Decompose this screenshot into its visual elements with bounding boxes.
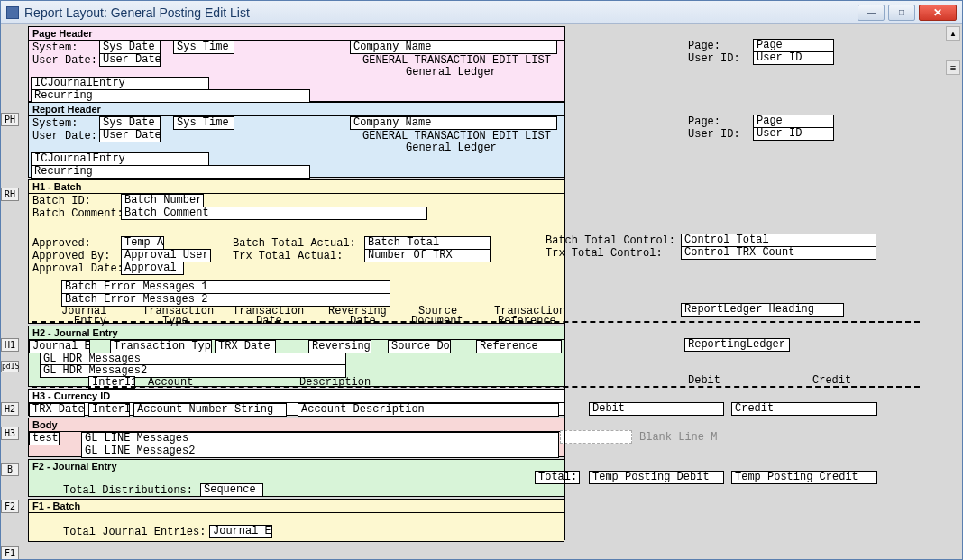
userid-field[interactable]: User ID (753, 51, 834, 65)
total-label-field[interactable]: Total: (535, 471, 580, 484)
debit-field[interactable]: Debit (589, 402, 724, 416)
transaction-typ-field[interactable]: Transaction Typ (110, 340, 212, 353)
batch-number-field[interactable]: Batch Number (121, 194, 204, 207)
section-title: Page Header (29, 27, 564, 41)
sidebar-toggle-icon[interactable]: ≡ (946, 60, 960, 75)
approved-label: Approved: (32, 237, 91, 250)
system-label: System: (32, 41, 78, 54)
batch-total-actual-label: Batch Total Actual: (233, 237, 356, 250)
section-h1-batch[interactable]: H1 - Batch Batch ID: Batch Number Batch … (28, 179, 564, 324)
subtitle2: General Ledger (406, 66, 497, 78)
window-title: Report Layout: General Posting Edit List (24, 5, 858, 20)
section-f1-batch[interactable]: F1 - Batch Total Journal Entries: Journa… (28, 499, 564, 542)
approval-date-field[interactable]: Approval 1 (121, 262, 184, 275)
page-label: Page: (688, 40, 720, 52)
debit-label: Debit (688, 374, 720, 387)
app-icon (6, 6, 19, 19)
source-do-field[interactable]: Source Do (388, 340, 451, 353)
credit-field[interactable]: Credit (731, 402, 877, 416)
recurring-field[interactable]: Recurring (31, 89, 310, 103)
subtitle1: GENERAL TRANSACTION EDIT LIST (362, 54, 551, 67)
marker-h2: H2 (1, 402, 19, 416)
section-title: F2 - Journal Entry (29, 460, 564, 473)
temp-a-field[interactable]: Temp A (121, 236, 164, 250)
journal-e-field[interactable]: Journal E (209, 525, 272, 538)
close-button[interactable]: ✕ (919, 5, 957, 21)
section-title: H3 - Currency ID (29, 390, 564, 403)
sys-date-field[interactable]: Sys Date (99, 116, 160, 130)
batch-comment-label: Batch Comment: (32, 207, 124, 220)
section-body[interactable]: Body test GL LINE Messages GL LINE Messa… (28, 418, 564, 457)
user-date-field[interactable]: User Date (99, 53, 160, 67)
control-total-field[interactable]: Control Total (681, 234, 876, 247)
reversing-field[interactable]: Reversing (308, 340, 371, 353)
marker-f1: F1 (1, 546, 19, 559)
sys-date-field[interactable]: Sys Date (99, 41, 160, 54)
interi-field[interactable]: InterI (88, 403, 130, 417)
approval-date-label: Approval Date: (32, 262, 124, 275)
reporting-ledger-field[interactable]: ReportingLedger (684, 338, 790, 352)
trx-date-field[interactable]: TRX Date (215, 340, 276, 353)
userid-label: User ID: (688, 52, 740, 65)
maximize-button[interactable]: □ (888, 5, 915, 21)
marker-f2: F2 (1, 500, 19, 513)
subtitle1: GENERAL TRANSACTION EDIT LIST (362, 130, 551, 142)
marker-h1: H1 (1, 338, 19, 352)
report-ledger-heading-field[interactable]: ReportLedger Heading (681, 303, 844, 317)
temp-posting-debit-field[interactable]: Temp Posting Debit (589, 471, 724, 484)
approval-user-field[interactable]: Approval User (121, 249, 211, 262)
section-title: F1 - Batch (29, 500, 564, 513)
total-je-label: Total Journal Entries: (63, 526, 206, 538)
account-description-field[interactable]: Account Description (298, 403, 559, 417)
body-ext-field[interactable] (560, 430, 632, 444)
section-page-header[interactable]: Page Header System: User Date: Sys Date … (28, 26, 564, 102)
trx-date-field[interactable]: TRX Date (29, 403, 85, 417)
reference-field[interactable]: Reference (476, 340, 562, 353)
control-trx-count-field[interactable]: Control TRX Count (681, 246, 876, 260)
section-h3-currency[interactable]: H3 - Currency ID TRX Date InterI Account… (28, 389, 564, 416)
section-title: H2 - Journal Entry (29, 326, 564, 340)
page-field[interactable]: Page (753, 115, 834, 128)
section-h2-journal[interactable]: H2 - Journal Entry Journal E Transaction… (28, 326, 564, 387)
credit-label: Credit (812, 374, 851, 387)
number-of-trx-field[interactable]: Number Of TRX (364, 249, 491, 262)
userid-field[interactable]: User ID (753, 127, 834, 141)
sys-time-field[interactable]: Sys Time (173, 116, 234, 130)
page-field[interactable]: Page (753, 39, 834, 52)
company-name-field[interactable]: Company Name (350, 41, 557, 54)
page-label: Page: (688, 115, 720, 128)
user-date-field[interactable]: User Date (99, 129, 160, 142)
section-title: H1 - Batch (29, 180, 564, 194)
user-date-label: User Date: (32, 130, 97, 142)
approved-by-label: Approved By: (32, 250, 110, 262)
section-title: Body (29, 418, 564, 432)
section-report-header[interactable]: Report Header System: User Date: Sys Dat… (28, 102, 564, 178)
batch-comment-field[interactable]: Batch Comment (121, 207, 427, 220)
company-name-field[interactable]: Company Name (350, 116, 557, 130)
marker-h3: H3 (1, 427, 19, 440)
userid-label: User ID: (688, 128, 740, 141)
minimize-button[interactable]: — (858, 5, 885, 21)
batch-id-label: Batch ID: (32, 195, 91, 207)
sys-time-field[interactable]: Sys Time (173, 41, 234, 54)
total-dist-label: Total Distributions: (63, 484, 193, 497)
temp-posting-credit-field[interactable]: Temp Posting Credit (731, 471, 877, 484)
batch-total-field[interactable]: Batch Total (364, 236, 491, 250)
gl-line1-field[interactable]: GL LINE Messages (81, 432, 559, 445)
section-title: Report Header (29, 103, 564, 116)
marker-ph: PH (1, 113, 19, 126)
sequence-field[interactable]: Sequence 1 (200, 483, 263, 497)
scroll-up-button[interactable]: ▲ (946, 26, 960, 41)
ic-field[interactable]: ICJournalEntry (31, 77, 209, 90)
journal-e-field[interactable]: Journal E (29, 340, 90, 353)
marker-b: B (1, 463, 19, 476)
trx-total-control-label: Trx Total Control: (546, 247, 663, 260)
section-f2-journal[interactable]: F2 - Journal Entry Total Distributions: … (28, 459, 564, 497)
titlebar[interactable]: Report Layout: General Posting Edit List… (1, 1, 962, 24)
gl-line2-field[interactable]: GL LINE Messages2 (81, 445, 559, 458)
batch-error-1-field[interactable]: Batch Error Messages 1 (61, 280, 390, 294)
recurring-field[interactable]: Recurring (31, 165, 310, 179)
ic-field[interactable]: ICJournalEntry (31, 152, 209, 166)
account-number-field[interactable]: Account Number String (133, 403, 287, 417)
test-field[interactable]: test (29, 432, 60, 445)
